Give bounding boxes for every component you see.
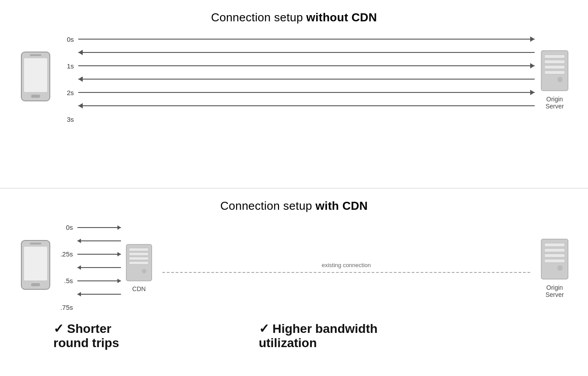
svg-rect-3 (31, 95, 40, 98)
cdn-row-75s: .75s (57, 301, 121, 314)
time-3s: 3s (58, 116, 74, 123)
cdn-row-resp2 (57, 261, 121, 274)
without-cdn-title: Connection setup without CDN (211, 11, 377, 24)
svg-rect-1 (24, 58, 47, 92)
svg-rect-6 (544, 60, 565, 64)
cdn-arrow-right-25s (77, 250, 121, 258)
timeline-row-2s: 2s (58, 86, 535, 99)
arrow-right-2s (78, 88, 535, 96)
timeline-row-response1 (58, 46, 535, 59)
origin-server-with-cdn: Origin Server (539, 237, 570, 298)
cdn-arrow-left-r1 (77, 237, 121, 245)
svg-point-25 (557, 265, 563, 271)
without-cdn-timeline: 0s 1s (53, 32, 539, 126)
timeline-row-response3 (58, 99, 535, 112)
arrow-right-1s (78, 62, 535, 70)
timeline-row-1s: 1s (58, 59, 535, 72)
arrow-placeholder-3s (78, 115, 535, 123)
arrow-right-0s (78, 35, 535, 43)
with-cdn-section: Connection setup with CDN 0s (0, 188, 588, 376)
time-1s: 1s (58, 62, 74, 70)
cdn-spacer-75s (77, 304, 121, 312)
svg-rect-18 (129, 261, 149, 264)
timeline-row-response2 (58, 72, 535, 86)
svg-rect-17 (129, 257, 149, 260)
arrow-left-resp3 (78, 102, 535, 110)
svg-rect-24 (544, 259, 565, 263)
cdn-time-25s: .25s (57, 250, 73, 258)
svg-rect-12 (30, 243, 41, 244)
cdn-arrow-right-0s (77, 224, 121, 232)
arrow-left-resp2 (78, 75, 535, 83)
cdn-label: CDN (132, 285, 145, 292)
cdn-arrow-right-5s (77, 277, 121, 285)
cdn-arrows-and-server: 0s .25s (53, 221, 153, 314)
cdn-row-25s: .25s (57, 248, 121, 261)
svg-rect-7 (544, 65, 565, 69)
cdn-time-75s: .75s (57, 304, 73, 311)
cdn-row-5s: .5s (57, 274, 121, 288)
cdn-short-timeline: 0s .25s (53, 221, 125, 314)
cdn-row-resp3 (57, 288, 121, 301)
origin-server-label-bottom: Origin Server (545, 284, 564, 298)
callout-shorter: ✓ Shorterround trips (18, 321, 250, 350)
cdn-timeline-panel: 0s .25s (53, 221, 153, 314)
cdn-row-resp1 (57, 234, 121, 248)
callout-bandwidth: ✓ Higher bandwidthutilization (250, 321, 570, 350)
cdn-server: CDN (125, 243, 153, 292)
callout-shorter-text: Shorterround trips (53, 322, 119, 350)
phone-icon (18, 50, 53, 108)
callout-bandwidth-text: Higher bandwidthutilization (259, 322, 378, 350)
with-cdn-diagram: 0s .25s (18, 221, 570, 314)
dotted-connection-line (162, 272, 530, 273)
phone-icon-cdn (18, 239, 53, 296)
svg-rect-8 (544, 71, 565, 74)
existing-connection-label: existing connection (322, 262, 371, 268)
svg-rect-15 (129, 248, 149, 251)
svg-rect-5 (544, 55, 565, 58)
cdn-time-5s: .5s (57, 277, 73, 284)
without-cdn-section: Connection setup without CDN 0s (0, 0, 588, 188)
cdn-row-0s: 0s (57, 221, 121, 234)
origin-server-label-top: Origin Server (545, 96, 564, 110)
timeline-row-0s: 0s (58, 32, 535, 46)
time-2s: 2s (58, 89, 74, 96)
existing-connection-area: existing connection (153, 234, 539, 301)
cdn-arrow-left-r2 (77, 264, 121, 272)
svg-point-9 (557, 77, 563, 82)
check-bandwidth: ✓ (259, 322, 269, 336)
svg-rect-23 (544, 254, 565, 257)
time-0s: 0s (58, 36, 74, 43)
svg-point-19 (142, 269, 146, 273)
arrow-left-resp1 (78, 48, 535, 56)
svg-rect-2 (30, 54, 41, 56)
with-cdn-title: Connection setup with CDN (220, 199, 368, 213)
svg-rect-22 (544, 248, 565, 252)
callouts-row: ✓ Shorterround trips ✓ Higher bandwidthu… (18, 321, 570, 350)
origin-server-without-cdn: Origin Server (539, 48, 570, 110)
svg-rect-16 (129, 252, 149, 256)
cdn-time-0s: 0s (57, 224, 73, 231)
without-cdn-diagram: 0s 1s (18, 32, 570, 126)
svg-rect-11 (24, 247, 47, 280)
svg-rect-21 (544, 243, 565, 247)
check-shorter: ✓ (53, 322, 64, 336)
svg-rect-13 (31, 283, 40, 286)
timeline-row-3s: 3s (58, 112, 535, 126)
cdn-arrow-left-r3 (77, 290, 121, 298)
